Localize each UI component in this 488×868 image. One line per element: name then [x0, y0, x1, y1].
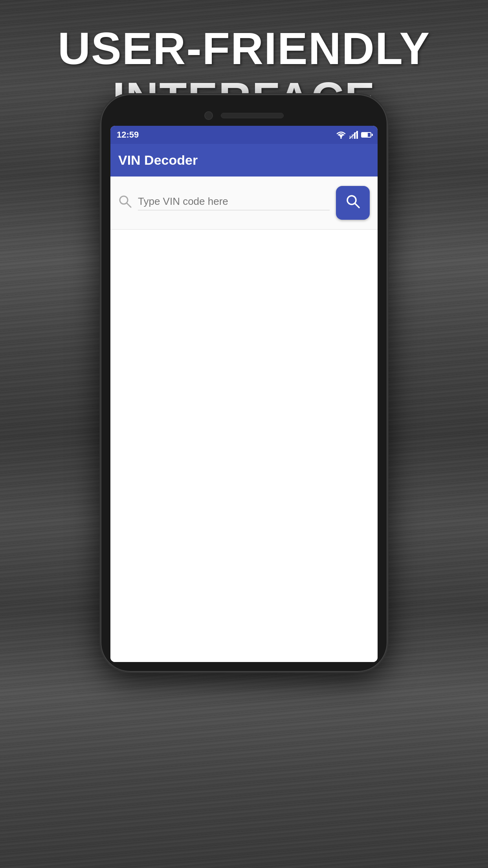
status-time: 12:59 — [117, 130, 139, 140]
search-icon-left — [118, 195, 132, 211]
svg-point-1 — [340, 137, 342, 139]
phone-mockup: 12:59 — [101, 94, 387, 672]
signal-icon — [349, 131, 358, 139]
app-bar: VIN Decoder — [110, 144, 378, 177]
search-area[interactable] — [110, 177, 378, 230]
phone-camera — [204, 111, 213, 120]
app-title: VIN Decoder — [118, 153, 198, 167]
vin-search-input[interactable] — [138, 195, 330, 208]
content-area — [110, 230, 378, 662]
wifi-icon — [336, 131, 346, 139]
svg-line-8 — [127, 203, 131, 207]
battery-fill — [362, 133, 368, 137]
search-button-icon — [345, 194, 360, 212]
phone-screen: 12:59 — [110, 126, 378, 662]
search-input-container[interactable] — [138, 195, 330, 210]
status-bar: 12:59 — [110, 126, 378, 144]
phone-top-bar — [110, 104, 378, 126]
battery-icon — [361, 132, 371, 138]
status-icons — [336, 131, 371, 139]
phone-speaker — [221, 113, 284, 118]
search-button[interactable] — [336, 186, 370, 220]
svg-line-10 — [355, 203, 359, 208]
phone-outer-shell: 12:59 — [101, 94, 387, 672]
